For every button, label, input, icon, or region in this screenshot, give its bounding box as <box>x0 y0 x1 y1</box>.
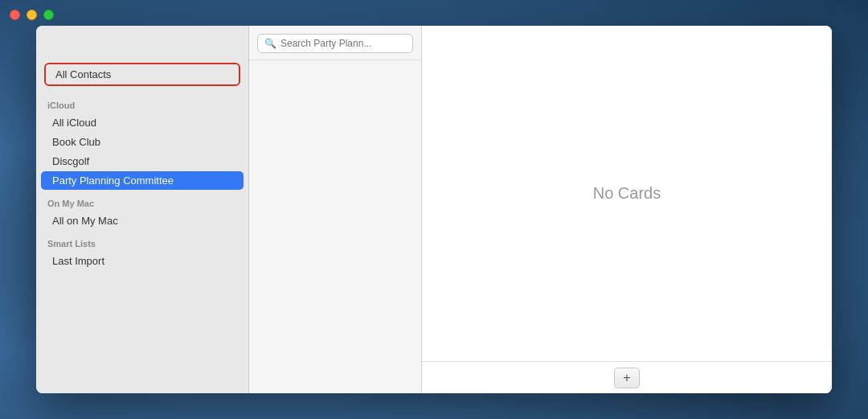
smart-lists-header: Smart Lists <box>36 231 248 251</box>
sidebar-item-book-club[interactable]: Book Club <box>41 133 244 151</box>
bottom-bar: + <box>422 361 832 393</box>
on-my-mac-section: On My Mac All on My Mac <box>36 191 248 231</box>
sidebar-item-discgolf[interactable]: Discgolf <box>41 152 244 170</box>
search-input[interactable] <box>280 38 406 49</box>
add-contact-button[interactable]: + <box>614 368 640 388</box>
middle-pane: 🔍 <box>249 26 422 393</box>
sidebar: All Contacts iCloud All iCloud Book Club… <box>36 26 249 393</box>
no-cards-label: No Cards <box>593 184 661 203</box>
sidebar-item-all-icloud[interactable]: All iCloud <box>41 113 244 132</box>
sidebar-item-last-import[interactable]: Last Import <box>41 252 244 270</box>
no-cards-area: No Cards <box>422 26 832 361</box>
search-icon: 🔍 <box>264 38 276 49</box>
on-my-mac-header: On My Mac <box>36 191 248 211</box>
all-contacts-button[interactable]: All Contacts <box>44 63 240 86</box>
icloud-section: iCloud All iCloud Book Club Discgolf Par… <box>36 92 248 191</box>
smart-lists-section: Smart Lists Last Import <box>36 231 248 271</box>
sidebar-item-all-on-my-mac[interactable]: All on My Mac <box>41 212 244 230</box>
all-contacts-section: All Contacts <box>36 56 248 92</box>
window-body: All Contacts iCloud All iCloud Book Club… <box>36 26 832 393</box>
icloud-header: iCloud <box>36 92 248 113</box>
middle-content <box>249 60 421 393</box>
search-bar: 🔍 <box>249 26 421 60</box>
search-container: 🔍 <box>257 34 413 53</box>
detail-pane: No Cards + <box>422 26 832 393</box>
sidebar-item-party-planning[interactable]: Party Planning Committee <box>41 171 244 190</box>
contacts-window: All Contacts iCloud All iCloud Book Club… <box>36 26 832 393</box>
